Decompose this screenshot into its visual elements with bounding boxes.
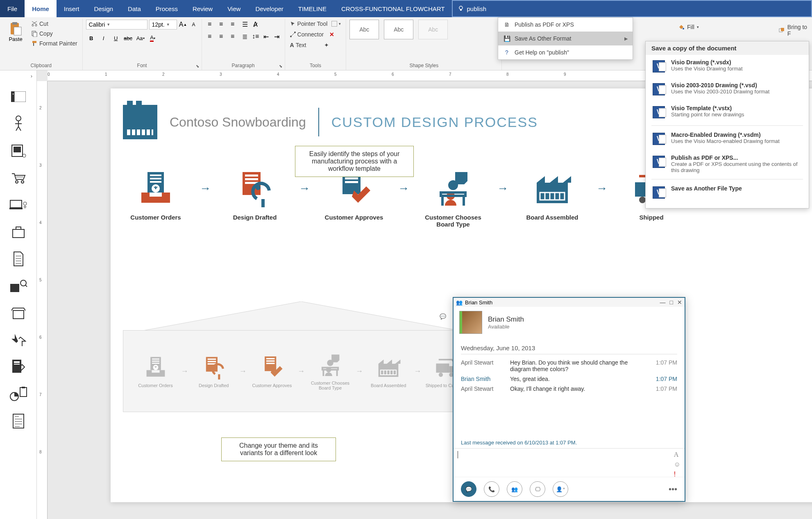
pointer-tool-button[interactable]: Pointer Tool▾ [288, 20, 343, 28]
text-tool-button[interactable]: AText✦ [288, 41, 331, 49]
copy-button[interactable]: Copy [29, 29, 79, 38]
align-top-center-button[interactable]: ≡ [217, 20, 226, 29]
align-top-left-button[interactable]: ≡ [205, 20, 214, 29]
emoji-icon[interactable]: ☺ [674, 461, 680, 468]
im-button[interactable]: 💬 [461, 481, 476, 497]
bullets-button[interactable]: ☰ [240, 20, 249, 29]
shape-style-1[interactable]: Abc [349, 20, 379, 39]
clear-format-button[interactable]: A̷ [251, 20, 260, 29]
line-spacing-button[interactable]: ↕≡ [251, 32, 260, 41]
justify-button[interactable]: ≣ [240, 32, 249, 41]
stencil-search-data[interactable] [9, 276, 28, 295]
change-case-button[interactable]: Aa▾ [135, 33, 146, 43]
grow-font-button[interactable]: A▲ [179, 20, 188, 29]
cut-button[interactable]: Cut [29, 20, 79, 28]
tab-review[interactable]: Review [185, 0, 220, 17]
bring-to-front-button[interactable]: Bring to F [778, 24, 812, 37]
shape-style-3[interactable]: Abc [418, 20, 448, 39]
connection-point-icon[interactable]: ✦ [324, 42, 329, 48]
minimize-button[interactable]: — [660, 299, 666, 306]
tab-view[interactable]: View [220, 0, 248, 17]
font-family-combo[interactable]: Calibri▼ [86, 20, 147, 29]
paste-button[interactable]: Paste [3, 20, 28, 44]
italic-button[interactable]: I [98, 33, 109, 43]
overview-step-1[interactable]: Design Drafted [191, 354, 236, 388]
tab-design[interactable]: Design [86, 0, 120, 17]
align-top-right-button[interactable]: ≡ [228, 20, 237, 29]
tellme-help[interactable]: ?Get Help on "publish" [498, 45, 633, 59]
step-3[interactable]: Customer Chooses Board Type [420, 168, 486, 228]
chat-input[interactable]: A ☺ ! [454, 448, 685, 477]
flyout-item-1[interactable]: VVisio 2003-2010 Drawing (*.vsd)Uses the… [646, 78, 809, 101]
tab-developer[interactable]: Developer [248, 0, 290, 17]
stencil-doc-pen[interactable] [9, 358, 28, 376]
shrink-font-button[interactable]: A [189, 20, 198, 29]
connector-tool-button[interactable]: Connector✕ [288, 30, 336, 39]
tab-timeline[interactable]: TIMELINE [291, 0, 334, 17]
stencil-doc-lines[interactable] [9, 412, 28, 431]
tab-crossfunc[interactable]: CROSS-FUNCTIONAL FLOWCHART [334, 0, 452, 17]
tell-me-box[interactable] [452, 0, 812, 17]
contact-avatar[interactable] [459, 311, 482, 334]
priority-icon[interactable]: ! [674, 471, 680, 478]
close-button[interactable]: ✕ [677, 299, 682, 306]
tab-file[interactable]: File [0, 0, 25, 17]
flyout-item-5[interactable]: VSave as Another File Type [646, 181, 809, 204]
underline-button[interactable]: U [111, 33, 121, 43]
overview-strip[interactable]: Customer Orders→Design Drafted→Customer … [123, 330, 479, 412]
tell-me-input[interactable] [467, 5, 753, 12]
video-button[interactable]: 👥 [507, 481, 522, 497]
shape-style-2[interactable]: Abc [384, 20, 413, 39]
step-1[interactable]: Design Drafted [222, 168, 288, 221]
flyout-item-2[interactable]: VVisio Template (*.vstx)Starting point f… [646, 101, 809, 124]
overview-step-3[interactable]: Customer Chooses Board Type [308, 352, 353, 390]
align-left-button[interactable]: ≡ [205, 32, 214, 41]
more-button[interactable]: ••• [669, 485, 677, 494]
lync-titlebar[interactable]: 👥 Brian Smith — □ ✕ [454, 298, 685, 307]
font-launcher[interactable]: ⬊ [195, 64, 200, 69]
stencil-laptop-person[interactable] [9, 195, 28, 214]
callout-theme[interactable]: Change your theme and its variants for a… [221, 437, 336, 461]
align-right-button[interactable]: ≡ [228, 32, 237, 41]
stencil-swimlane[interactable]: ▸ [9, 87, 28, 106]
participants-button[interactable]: 👤⁺ [553, 481, 568, 497]
stencil-document[interactable] [9, 249, 28, 268]
paragraph-launcher[interactable]: ⬊ [278, 64, 283, 69]
strikethrough-button[interactable]: abc [123, 33, 134, 43]
font-format-icon[interactable]: A [674, 451, 680, 458]
tab-home[interactable]: Home [25, 0, 57, 17]
tab-process[interactable]: Process [148, 0, 185, 17]
flyout-item-3[interactable]: VMacro-Enabled Drawing (*.vsdm)Uses the … [646, 127, 809, 150]
callout-workflow[interactable]: Easily identify the steps of your manufa… [295, 146, 414, 177]
align-center-button[interactable]: ≡ [217, 32, 226, 41]
call-button[interactable]: 📞 [484, 481, 499, 497]
step-0[interactable]: Customer Orders [123, 168, 188, 221]
font-color-button[interactable]: A▾ [147, 33, 158, 43]
tellme-publish-pdf[interactable]: 🗎Publish as PDF or XPS [498, 18, 633, 32]
flyout-item-0[interactable]: VVisio Drawing (*.vsdx)Uses the Visio Dr… [646, 55, 809, 78]
increase-indent-button[interactable]: ⇥ [272, 32, 281, 41]
maximize-button[interactable]: □ [670, 299, 673, 306]
bold-button[interactable]: B [86, 33, 97, 43]
shapes-expander[interactable]: › [0, 73, 36, 79]
fill-button[interactable]: Fill▾ [678, 24, 699, 30]
flyout-item-4[interactable]: VPublish as PDF or XPS...Create a PDF or… [646, 150, 809, 177]
decrease-indent-button[interactable]: ⇤ [262, 32, 271, 41]
tellme-save-other[interactable]: 💾Save As Other Format▶ [498, 32, 633, 45]
overview-step-2[interactable]: Customer Approves [249, 354, 295, 388]
stencil-cart[interactable] [9, 168, 28, 187]
stencil-briefcase[interactable] [9, 222, 28, 241]
overview-step-0[interactable]: Customer Orders [133, 354, 178, 388]
format-painter-button[interactable]: Format Painter [29, 39, 79, 48]
stencil-arrows[interactable] [9, 331, 28, 349]
stencil-pie-clipboard[interactable] [9, 385, 28, 403]
stencil-person[interactable] [9, 114, 28, 133]
tab-data[interactable]: Data [120, 0, 148, 17]
present-button[interactable]: 🖵 [530, 481, 545, 497]
stencil-box-open[interactable] [9, 304, 28, 322]
tab-insert[interactable]: Insert [57, 0, 87, 17]
font-size-combo[interactable]: 12pt.▼ [149, 20, 177, 29]
stencil-device[interactable] [9, 141, 28, 160]
lync-window[interactable]: 💬 👥 Brian Smith — □ ✕ Brian Smith Availa… [453, 297, 685, 502]
overview-step-4[interactable]: Board Assembled [366, 354, 411, 388]
